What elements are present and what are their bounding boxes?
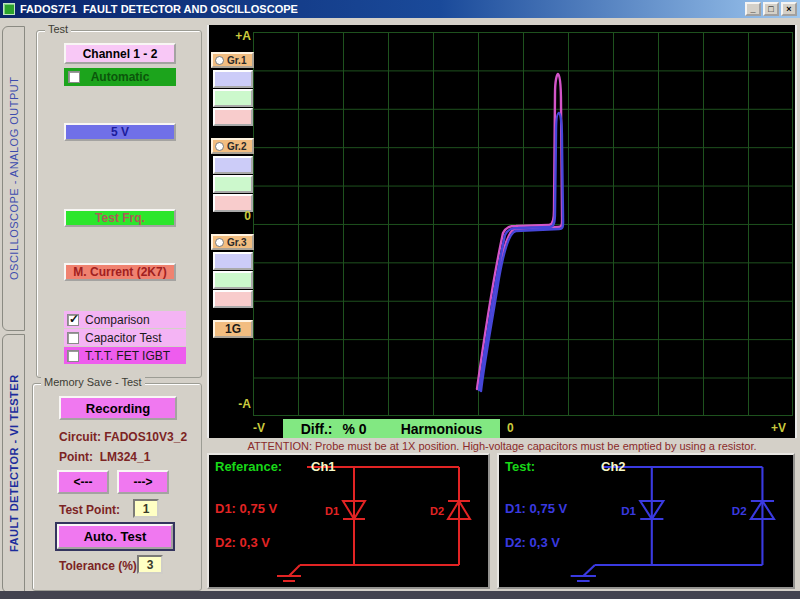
tolerance-value[interactable]: 3 bbox=[137, 555, 163, 574]
gr1-radio[interactable] bbox=[215, 56, 224, 65]
test-diode1-label: D1 bbox=[621, 505, 636, 517]
memory-group-caption: Memory Save - Test bbox=[41, 376, 145, 388]
ttt-fet-igbt-label: T.T.T. FET IGBT bbox=[85, 349, 170, 363]
test-title: Test: bbox=[505, 459, 535, 474]
scope-display: +A Gr.1 Gr.2 0 Gr.3 1G -A -V Diff.: % 0 bbox=[207, 25, 797, 438]
reference-d1-value: D1: 0,75 V bbox=[215, 501, 277, 516]
reference-title: Referance: bbox=[215, 459, 282, 474]
test-point-label: Test Point: bbox=[59, 503, 120, 517]
axis-plus-a-label: +A bbox=[227, 29, 251, 43]
gr3-color-swatch-3[interactable] bbox=[213, 290, 253, 308]
test-circuit-diagram: D1 D2 bbox=[499, 455, 793, 587]
reference-diode2-label: D2 bbox=[430, 505, 444, 517]
axis-minus-a-label: -A bbox=[227, 397, 251, 411]
reference-circuit-diagram: D1 D2 bbox=[209, 455, 488, 587]
gr1-color-swatch-3[interactable] bbox=[213, 108, 253, 126]
gain-1g-button[interactable]: 1G bbox=[213, 320, 253, 338]
memory-save-test-group: Memory Save - Test Recording Circuit: FA… bbox=[32, 383, 202, 591]
point-label: Point: bbox=[59, 450, 93, 464]
capacitor-test-checkbox[interactable] bbox=[67, 332, 79, 344]
axis-pos-v-label: +V bbox=[771, 421, 786, 435]
gr3-color-swatch-2[interactable] bbox=[213, 271, 253, 289]
circuit-line: Circuit: FADOS10V3_2 bbox=[59, 430, 187, 444]
axis-zero-bottom-label: 0 bbox=[507, 421, 514, 435]
gr2-radio[interactable] bbox=[215, 142, 224, 151]
circuit-value: FADOS10V3_2 bbox=[104, 430, 187, 444]
tab-fault-detector-label: FAULT DETECTOR - VI TESTER bbox=[3, 335, 24, 592]
gr3-radio[interactable] bbox=[215, 238, 224, 247]
auto-test-button[interactable]: Auto. Test bbox=[57, 524, 173, 549]
reference-channel: Ch1 bbox=[311, 459, 336, 474]
gr1-color-swatch-1[interactable] bbox=[213, 70, 253, 88]
reference-panel: D1 D2 Referance: Ch1 D1: 0,75 V D2: 0,3 … bbox=[207, 453, 490, 589]
point-value: LM324_1 bbox=[100, 450, 151, 464]
gr3-label: Gr.3 bbox=[227, 237, 246, 248]
diff-prefix: Diff.: bbox=[301, 421, 333, 437]
gr1-color-swatch-2[interactable] bbox=[213, 89, 253, 107]
automatic-toggle[interactable]: Automatic bbox=[64, 68, 176, 86]
automatic-label: Automatic bbox=[91, 70, 150, 84]
gr1-label: Gr.1 bbox=[227, 55, 246, 66]
app-window: FADOS7F1 FAULT DETECTOR AND OSCILLOSCOPE… bbox=[0, 0, 800, 599]
gr2-selector[interactable]: Gr.2 bbox=[211, 138, 254, 154]
window-bottom-edge bbox=[0, 591, 800, 599]
maximize-button[interactable]: □ bbox=[763, 2, 779, 16]
test-d2-value: D2: 0,3 V bbox=[505, 535, 560, 550]
test-panel: D1 D2 Test: Ch2 D1: 0,75 V D2: 0,3 V bbox=[497, 453, 795, 589]
scope-grid bbox=[253, 32, 793, 416]
reference-wires bbox=[277, 467, 459, 581]
test-diode2-label: D2 bbox=[732, 505, 747, 517]
minimize-button[interactable]: _ bbox=[745, 2, 761, 16]
test-point-value[interactable]: 1 bbox=[133, 499, 159, 518]
capacitor-test-row[interactable]: Capacitor Test bbox=[64, 329, 186, 346]
prev-point-button[interactable]: <--- bbox=[57, 470, 109, 494]
test-wires bbox=[571, 467, 763, 581]
tab-oscilloscope-label: OSCILLOSCOPE - ANALOG OUTPUT bbox=[3, 27, 24, 330]
gr3-color-swatch-1[interactable] bbox=[213, 252, 253, 270]
next-point-button[interactable]: ---> bbox=[117, 470, 169, 494]
voltage-5v-button[interactable]: 5 V bbox=[64, 123, 176, 141]
gr2-color-swatch-2[interactable] bbox=[213, 175, 253, 193]
title-bar: FADOS7F1 FAULT DETECTOR AND OSCILLOSCOPE… bbox=[0, 0, 800, 18]
ttt-fet-igbt-checkbox[interactable] bbox=[67, 350, 79, 362]
diff-value: % 0 bbox=[343, 421, 367, 437]
channel-1-2-button[interactable]: Channel 1 - 2 bbox=[64, 43, 176, 64]
comparison-checkbox[interactable] bbox=[67, 314, 79, 326]
axis-zero-left-label: 0 bbox=[231, 209, 251, 223]
tab-oscilloscope-analog-output[interactable]: OSCILLOSCOPE - ANALOG OUTPUT bbox=[2, 26, 25, 331]
attention-text: ATTENTION: Probe must be at 1X position.… bbox=[207, 440, 797, 452]
test-frq-button[interactable]: Test Frq. bbox=[64, 209, 176, 227]
test-d1-value: D1: 0,75 V bbox=[505, 501, 567, 516]
ttt-fet-igbt-row[interactable]: T.T.T. FET IGBT bbox=[64, 347, 186, 364]
close-button[interactable]: × bbox=[781, 2, 797, 16]
window-title: FADOS7F1 FAULT DETECTOR AND OSCILLOSCOPE bbox=[20, 3, 298, 15]
reference-diode1-label: D1 bbox=[325, 505, 339, 517]
m-current-button[interactable]: M. Current (2K7) bbox=[64, 263, 176, 281]
reference-d2-value: D2: 0,3 V bbox=[215, 535, 270, 550]
capacitor-test-label: Capacitor Test bbox=[85, 331, 161, 345]
circuit-label: Circuit: bbox=[59, 430, 101, 444]
gr2-label: Gr.2 bbox=[227, 141, 246, 152]
gr2-color-swatch-1[interactable] bbox=[213, 156, 253, 174]
test-group-caption: Test bbox=[45, 23, 71, 35]
tolerance-label: Tolerance (%) bbox=[59, 559, 137, 573]
automatic-checkbox[interactable] bbox=[68, 71, 80, 83]
comparison-label: Comparison bbox=[85, 313, 150, 327]
test-channel: Ch2 bbox=[601, 459, 626, 474]
point-line: Point: LM324_1 bbox=[59, 450, 150, 464]
comparison-row[interactable]: Comparison bbox=[64, 311, 186, 328]
test-group: Test Channel 1 - 2 Automatic 5 V Test Fr… bbox=[36, 30, 202, 378]
gr3-selector[interactable]: Gr.3 bbox=[211, 234, 254, 250]
recording-button[interactable]: Recording bbox=[59, 396, 177, 420]
gr1-selector[interactable]: Gr.1 bbox=[211, 52, 254, 68]
app-icon bbox=[3, 3, 15, 15]
axis-neg-v-label: -V bbox=[253, 421, 265, 435]
tab-fault-detector-vi-tester[interactable]: FAULT DETECTOR - VI TESTER bbox=[2, 334, 25, 593]
harmony-status: Harmonious bbox=[401, 421, 483, 437]
diff-status-box: Diff.: % 0 Harmonious bbox=[283, 419, 500, 438]
